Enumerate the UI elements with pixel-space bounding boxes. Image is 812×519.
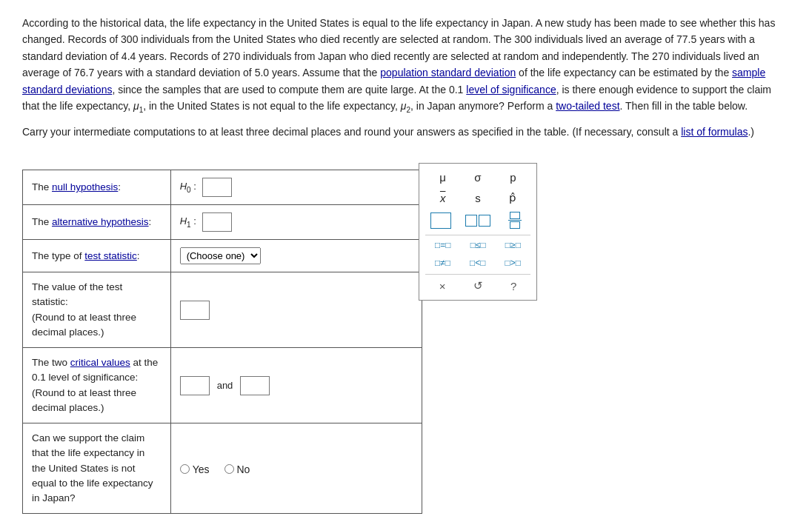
paragraph-1: According to the historical data, the li… (22, 15, 790, 116)
test-statistic-value-input[interactable] (180, 301, 210, 320)
table-row-test-statistic-type: The type of test statistic: (Choose one)… (23, 240, 422, 272)
symbol-divider-1 (425, 235, 530, 235)
table-row-alternative-hypothesis: The alternative hypothesis: H1 : (23, 205, 422, 240)
double-square-symbol[interactable] (462, 213, 493, 228)
paragraph-2: Carry your intermediate computations to … (22, 124, 790, 140)
symbol-row-3 (425, 210, 530, 230)
clear-action[interactable]: × (435, 278, 450, 294)
test-statistic-link[interactable]: test statistic (84, 250, 137, 261)
equals-relation-symbol[interactable]: □=□ (432, 238, 454, 252)
alternative-hypothesis-link[interactable]: alternative hypothesis (52, 216, 149, 227)
critical-values-input-cell: and (170, 348, 422, 423)
table-row-critical-values: The two critical values at the 0.1 level… (23, 348, 422, 423)
alternative-hypothesis-label: The alternative hypothesis: (23, 205, 171, 240)
critical-values-input-row: and (180, 376, 413, 395)
symbol-panel: μ σ p x s p̂ (419, 163, 537, 301)
test-statistic-round-note: (Round to at least threedecimal places.) (32, 312, 136, 338)
conclusion-radio-row: Yes No (180, 463, 413, 475)
neq-relation-symbol[interactable]: □≠□ (432, 256, 453, 269)
symbol-row-2: x s p̂ (425, 190, 530, 206)
null-hypothesis-input[interactable] (202, 178, 232, 197)
symbol-row-5: □≠□ □<□ □>□ (425, 256, 530, 269)
test-statistic-type-label: The type of test statistic: (23, 240, 171, 272)
lt-relation-symbol[interactable]: □<□ (467, 256, 489, 269)
table-row-test-statistic-value: The value of the test statistic: (Round … (23, 272, 422, 348)
critical-value-1-input[interactable] (180, 376, 210, 395)
yes-label-text: Yes (193, 463, 210, 475)
gt-relation-symbol[interactable]: □>□ (502, 256, 524, 269)
symbol-action-row: × ↺ ? (425, 278, 530, 294)
table-row-conclusion: Can we support the claim that the life e… (23, 423, 422, 514)
symbol-row-1: μ σ p (425, 170, 530, 185)
h0-prefix: H0 : (180, 181, 196, 194)
critical-values-and: and (217, 380, 233, 391)
two-tailed-test-link[interactable]: two-tailed test (556, 100, 619, 112)
h1-prefix: H1 : (180, 215, 196, 229)
mu1-symbol: μ1, (133, 100, 146, 112)
s-symbol[interactable]: s (467, 190, 488, 206)
yes-radio[interactable] (180, 464, 190, 474)
no-radio-label[interactable]: No (224, 463, 250, 475)
alternative-hypothesis-input[interactable] (202, 212, 232, 232)
symbol-row-4: □=□ □≤□ □≥□ (425, 238, 530, 252)
phat-symbol[interactable]: p̂ (502, 190, 523, 206)
geq-relation-symbol[interactable]: □≥□ (502, 238, 524, 252)
mu-symbol[interactable]: μ (433, 170, 453, 185)
null-hypothesis-link[interactable]: null hypothesis (52, 181, 118, 192)
undo-action[interactable]: ↺ (469, 278, 487, 294)
yes-radio-label[interactable]: Yes (180, 463, 210, 475)
table-row-null-hypothesis: The null hypothesis: H0 : (23, 170, 422, 205)
conclusion-input-cell: Yes No (170, 423, 422, 514)
no-label-text: No (237, 463, 250, 475)
test-statistic-dropdown[interactable]: (Choose one) Z t Chi-square F (180, 247, 261, 264)
test-statistic-value-label: The value of the test statistic: (Round … (23, 272, 171, 348)
conclusion-label: Can we support the claim that the life e… (23, 423, 171, 514)
critical-value-2-input[interactable] (240, 376, 270, 395)
test-statistic-value-input-cell (170, 272, 422, 348)
level-of-significance-link[interactable]: level of significance (466, 84, 556, 96)
symbol-divider-2 (425, 274, 530, 275)
hypothesis-table: The null hypothesis: H0 : The alternativ… (22, 170, 422, 514)
critical-values-round-note: (Round to at least threedecimal places.) (32, 387, 136, 413)
null-hypothesis-input-cell: H0 : (170, 170, 422, 205)
help-action[interactable]: ? (506, 278, 521, 294)
mu2-symbol: μ2, (401, 100, 413, 112)
test-statistic-type-input-cell: (Choose one) Z t Chi-square F (170, 240, 422, 272)
critical-values-label: The two critical values at the 0.1 level… (23, 348, 171, 423)
null-hypothesis-label: The null hypothesis: (23, 170, 171, 205)
null-hypothesis-input-row: H0 : (180, 178, 413, 197)
xbar-symbol[interactable]: x (433, 190, 453, 206)
alternative-hypothesis-input-cell: H1 : (170, 205, 422, 240)
no-radio[interactable] (224, 464, 234, 474)
leq-relation-symbol[interactable]: □≤□ (467, 238, 489, 252)
population-standard-deviation-link[interactable]: population standard deviation (380, 67, 516, 78)
fraction-symbol[interactable] (505, 210, 525, 230)
p-symbol[interactable]: p (502, 170, 523, 185)
list-of-formulas-link[interactable]: list of formulas (681, 126, 748, 138)
alternative-hypothesis-input-row: H1 : (180, 212, 413, 232)
main-content: According to the historical data, the li… (22, 15, 790, 514)
sigma-symbol[interactable]: σ (467, 170, 488, 185)
table-panel-wrapper: The null hypothesis: H0 : The alternativ… (22, 155, 790, 514)
square-symbol[interactable] (430, 212, 451, 229)
critical-values-link[interactable]: critical values (70, 357, 130, 368)
